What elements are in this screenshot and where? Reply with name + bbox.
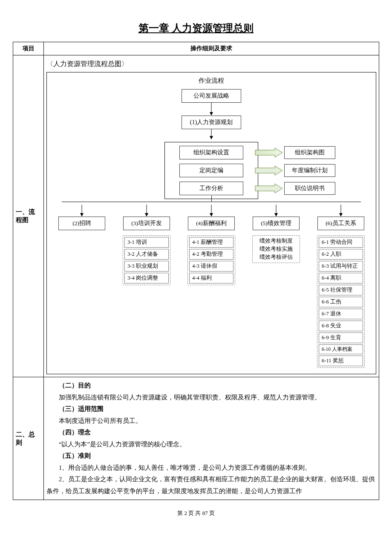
arrow-down-icon (209, 103, 214, 116)
arrow-right-icon (254, 165, 284, 176)
branch-rel: (6)员工关系 6-1 劳动合同 6-2 入职 6-3 试用与转正 6-4 离职… (308, 205, 373, 368)
page-footer: 第 2 页 共 87 页 (13, 509, 379, 517)
branch-comp: (4)薪酬福利 4-1 薪酬管理 4-2 考勤管理 4-3 请休假 4-4 福利 (179, 205, 244, 285)
box-strategy: 公司发展战略 (182, 89, 241, 103)
list-item: 6-6 工伤 (319, 297, 363, 307)
chapter-title: 第一章 人力资源管理总则 (13, 21, 379, 35)
flow-heading: 作业流程 (49, 77, 374, 85)
out-job-desc: 职位说明书 (284, 182, 335, 195)
heading-purpose: （二）目的 (59, 382, 91, 389)
svg-marker-10 (145, 213, 148, 217)
svg-marker-16 (339, 213, 343, 217)
list-item: 绩效考核实施 (254, 245, 298, 253)
branches-row: (2)招聘 (3)培训开发 3-1 培训 3-2 人才储备 3-3 职业规划 3… (49, 205, 374, 368)
principles-cell: （二）目的 加强乳制品连锁有限公司人力资源建设，明确其管理职责、权限及程序、规范… (44, 377, 379, 500)
arrow-down-icon (274, 205, 279, 217)
sublist-train: 3-1 培训 3-2 人才储备 3-3 职业规划 3-4 岗位调整 (123, 235, 170, 285)
list-item: 6-3 试用与转正 (319, 261, 363, 272)
heading-scope: （三）适用范围 (59, 405, 104, 412)
list-item: 3-4 岗位调整 (124, 273, 169, 283)
text-concept: “以人为本”是公司人力资源管理的核心理念。 (46, 439, 376, 451)
flow-subtitle: 〈人力资源管理流程总图〉 (46, 60, 376, 69)
list-item: 6-2 入职 (319, 249, 363, 260)
list-item: 6-9 生育 (319, 332, 363, 343)
list-item: 3-2 人才储备 (124, 249, 169, 260)
flow-frame: 作业流程 公司发展战略 (1)人力资源规划 (46, 72, 376, 374)
list-item: 4-2 考勤管理 (189, 249, 233, 260)
list-item: 6-1 劳动合同 (319, 237, 363, 248)
arrow-right-icon (254, 183, 284, 194)
list-item: 绩效考核评估 (254, 253, 298, 261)
svg-marker-4 (255, 148, 282, 157)
out-org-chart: 组织架构图 (284, 146, 335, 159)
branch-train: (3)培训开发 3-1 培训 3-2 人才储备 3-3 职业规划 3-4 岗位调… (114, 205, 179, 285)
list-item: 6-7 退休 (319, 309, 363, 319)
arrow-down-icon (338, 205, 343, 217)
text-guideline-1: 1、用合适的人做合适的事，知人善任，唯才唯贤，是公司人力资源工作遵循的基本准则。 (46, 462, 376, 474)
list-item: 6-4 离职 (319, 273, 363, 283)
box-perf: (5)绩效管理 (253, 217, 300, 230)
list-item: 绩效考核制度 (254, 237, 298, 245)
row2-label: 二、总则 (13, 377, 44, 500)
svg-marker-8 (80, 213, 84, 217)
list-item: 6-11 奖惩 (319, 356, 363, 366)
list-item: 4-4 福利 (189, 273, 233, 283)
svg-marker-14 (274, 213, 278, 217)
svg-marker-6 (255, 184, 282, 193)
text-purpose: 加强乳制品连锁有限公司人力资源建设，明确其管理职责、权限及程序、规范人力资源管理… (46, 392, 376, 404)
svg-marker-5 (255, 166, 282, 175)
text-scope: 本制度适用于公司所有员工。 (46, 415, 376, 427)
pair-job: 工作分析 职位说明书 (168, 182, 254, 195)
heading-concept: （四）理念 (59, 429, 91, 436)
arrow-down-icon (209, 205, 214, 217)
box-train: (3)培训开发 (123, 217, 170, 230)
th-detail: 操作细则及要求 (44, 42, 379, 55)
arrow-right-icon (254, 147, 284, 158)
list-item: 6-5 社保管理 (319, 285, 363, 295)
arrow-down-icon (79, 205, 84, 217)
text-guideline-2: 2、员工是企业之本，认同企业文化，富有责任感和具有相应工作能力的员工是企业的最大… (46, 474, 376, 497)
box-post-set: 定岗定编 (179, 164, 243, 177)
svg-marker-1 (210, 112, 213, 116)
out-year-plan: 年度编制计划 (284, 164, 335, 177)
flowchart-cell: 〈人力资源管理流程总图〉 作业流程 公司发展战略 (1)人力资源规划 (44, 55, 379, 377)
main-table: 项目 操作细则及要求 一、流程图 〈人力资源管理流程总图〉 作业流程 公司发展战… (13, 42, 379, 500)
list-item: 3-3 职业规划 (124, 261, 169, 272)
box-org-structure: 组织架构设置 (179, 146, 243, 159)
svg-marker-12 (210, 213, 213, 217)
sublist-comp: 4-1 薪酬管理 4-2 考勤管理 4-3 请休假 4-4 福利 (187, 235, 235, 285)
pair-post: 定岗定编 年度编制计划 (168, 164, 254, 177)
branch-connector (62, 202, 361, 202)
th-project: 项目 (13, 42, 44, 55)
box-recruit: (2)招聘 (58, 217, 105, 230)
box-comp: (4)薪酬福利 (188, 217, 235, 230)
list-item: 6-10 人事档案 (319, 344, 363, 354)
list-item: 6-8 失业 (319, 321, 363, 331)
arrow-down-icon (209, 129, 214, 139)
box-hr-plan: (1)人力资源规划 (182, 116, 241, 129)
pair-org: 组织架构设置 组织架构图 (168, 146, 254, 159)
heading-guideline: （五）准则 (59, 452, 91, 459)
arrow-down-icon (144, 205, 149, 217)
svg-marker-3 (210, 136, 213, 139)
flow-top-stack: 公司发展战略 (1)人力资源规划 组织架构设置 (49, 89, 374, 199)
sublist-rel: 6-1 劳动合同 6-2 入职 6-3 试用与转正 6-4 离职 6-5 社保管… (317, 235, 365, 368)
list-item: 3-1 培训 (124, 237, 169, 248)
branch-recruit: (2)招聘 (49, 205, 114, 230)
box-hr-plan-detail: 组织架构设置 组织架构图 定岗定编 (164, 142, 258, 199)
list-item: 4-3 请休假 (189, 261, 233, 272)
row1-label: 一、流程图 (13, 55, 44, 377)
list-item: 4-1 薪酬管理 (189, 237, 233, 248)
branch-perf: (5)绩效管理 绩效考核制度 绩效考核实施 绩效考核评估 (244, 205, 308, 263)
box-job-analysis: 工作分析 (179, 182, 243, 195)
box-rel: (6)员工关系 (317, 217, 364, 230)
sublist-perf: 绩效考核制度 绩效考核实施 绩效考核评估 (252, 235, 300, 263)
